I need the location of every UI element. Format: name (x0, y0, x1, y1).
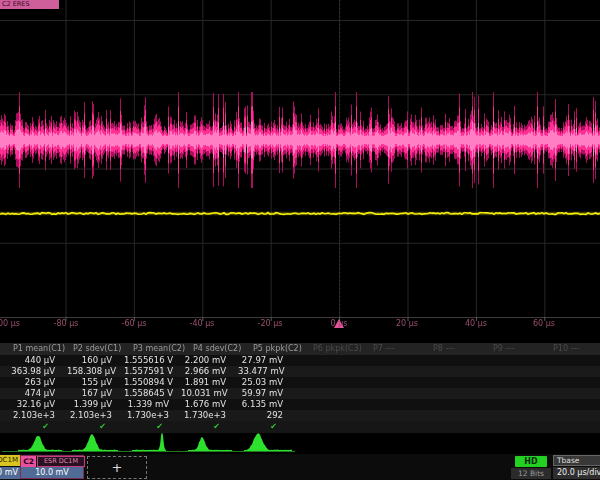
param-value: 1.891 mV (181, 377, 238, 388)
param-header[interactable]: P6 pkpk(C3) (310, 343, 370, 355)
param-status-check: ✔ (181, 421, 238, 433)
param-value: 1.550894 V (124, 377, 181, 388)
c2-volts-per-div: 10.0 mV (21, 467, 83, 478)
param-value: 33.477 mV (238, 366, 295, 377)
param-value: 263 µV (10, 377, 67, 388)
active-trace-chip[interactable]: C2 ERES (0, 0, 59, 9)
timebase-descriptor[interactable]: Tbase 20.0 µs/div (553, 455, 600, 479)
x-tick-label: 20 µs (396, 319, 418, 328)
param-status-check: ✔ (67, 421, 124, 433)
c1-coupling-chip: DC1M (0, 455, 20, 466)
param-value: 25.03 mV (238, 377, 295, 388)
c1-volts-per-div: 10.0 mV (0, 467, 20, 479)
param-value: 32.16 µV (10, 399, 67, 410)
bottom-status-bar: DC1M 10.0 mV C2 ESR DC1M 10.0 mV + HD 12… (0, 454, 600, 480)
x-tick-label: 40 µs (465, 319, 487, 328)
param-value: 167 µV (67, 388, 124, 399)
param-value: 2.200 mV (181, 355, 238, 366)
param-header[interactable]: P1 mean(C1) (10, 343, 70, 355)
measurement-table: P1 mean(C1)P2 sdev(C1)P3 mean(C2)P4 sdev… (0, 343, 600, 433)
param-header[interactable]: P8 --- (430, 343, 490, 355)
x-tick-label: 60 µs (533, 319, 555, 328)
c2-coupling-chip: ESR DC1M (37, 456, 85, 467)
c2-label: C2 (21, 456, 36, 467)
param-status-check: ✔ (238, 421, 295, 433)
param-header[interactable]: P7 --- (370, 343, 430, 355)
timebase-value: 20.0 µs/div (553, 467, 600, 479)
x-tick-label: 0 µs (331, 319, 348, 328)
param-value: 1.557591 V (124, 366, 181, 377)
param-value: 155 µV (67, 377, 124, 388)
param-header[interactable]: P2 sdev(C1) (70, 343, 130, 355)
param-value: 10.031 mV (181, 388, 238, 399)
x-axis: -100 µs-80 µs-60 µs-40 µs-20 µs0 µs20 µs… (0, 319, 600, 333)
param-value: 474 µV (10, 388, 67, 399)
x-tick-label: -20 µs (258, 319, 283, 328)
param-value: 1.339 mV (124, 399, 181, 410)
param-value: 1.399 µV (67, 399, 124, 410)
channel-c1-descriptor[interactable]: DC1M 10.0 mV (0, 455, 18, 479)
param-header[interactable]: P3 mean(C2) (130, 343, 190, 355)
param-value: 160 µV (67, 355, 124, 366)
param-value: 2.103e+3 (67, 410, 124, 421)
param-value: 59.97 mV (238, 388, 295, 399)
x-tick-label: -60 µs (122, 319, 147, 328)
param-value: 1.730e+3 (124, 410, 181, 421)
param-header[interactable]: P9 --- (490, 343, 550, 355)
param-header[interactable]: P4 sdev(C2) (190, 343, 250, 355)
param-header[interactable]: P10 --- (550, 343, 600, 355)
param-value: 158.308 µV (67, 366, 124, 377)
param-status-check: ✔ (124, 421, 181, 433)
add-trace-button[interactable]: + (87, 456, 147, 479)
param-value: 27.97 mV (238, 355, 295, 366)
param-header[interactable]: P5 pkpk(C2) (250, 343, 310, 355)
param-value: 6.135 mV (238, 399, 295, 410)
param-value: 292 (238, 410, 295, 421)
timebase-title: Tbase (553, 455, 600, 466)
param-value: 440 µV (10, 355, 67, 366)
param-value: 2.966 mV (181, 366, 238, 377)
oscilloscope-screen: C2 ERES -100 µs-80 µs-60 µs-40 µs-20 µs0… (0, 0, 600, 480)
x-tick-label: -80 µs (54, 319, 79, 328)
param-value: 2.103e+3 (10, 410, 67, 421)
param-value: 1.676 mV (181, 399, 238, 410)
bit-resolution-label: 12 Bits (511, 468, 551, 479)
param-status-check: ✔ (10, 421, 67, 433)
channel-c2-descriptor[interactable]: C2 ESR DC1M 10.0 mV (20, 455, 84, 479)
hd-mode-badge[interactable]: HD (515, 456, 547, 467)
param-value: 1.558645 V (124, 388, 181, 399)
x-tick-label: -40 µs (190, 319, 215, 328)
param-value: 363.98 µV (10, 366, 67, 377)
param-value: 1.730e+3 (181, 410, 238, 421)
x-tick-label: -100 µs (0, 319, 20, 328)
param-value: 1.555616 V (124, 355, 181, 366)
